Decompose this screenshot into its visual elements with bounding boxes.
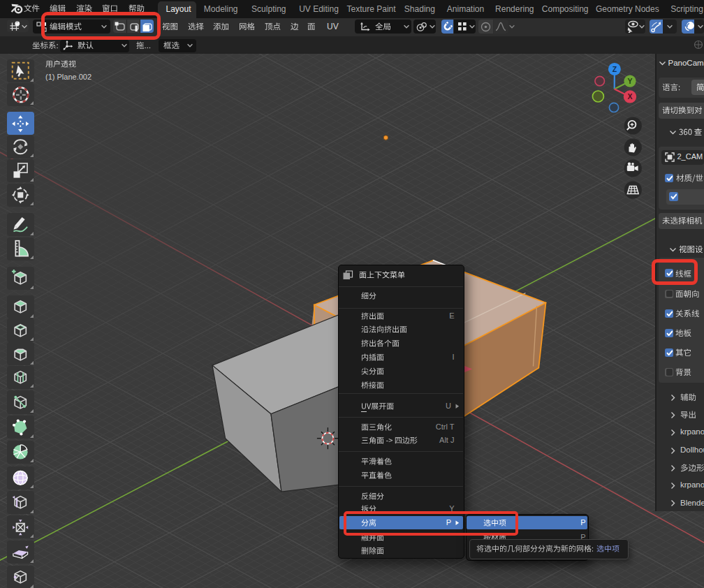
svg-text:Z: Z [613, 65, 617, 73]
svg-text:Y: Y [627, 77, 632, 85]
svg-text:X: X [627, 92, 632, 101]
